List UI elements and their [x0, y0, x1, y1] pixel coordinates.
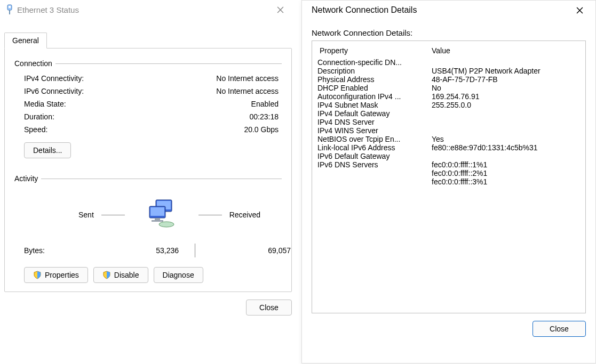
details-list: Property Value Connection-specific DN...…	[312, 41, 586, 313]
ipv4-connectivity-value: No Internet access	[216, 74, 279, 83]
status-title: Ethernet 3 Status	[15, 5, 268, 14]
media-state-value: Enabled	[251, 100, 279, 108]
column-header-property[interactable]: Property	[317, 44, 424, 58]
svg-rect-1	[9, 6, 11, 8]
property-value: 48-AF-75-7D-77-FB	[424, 75, 580, 84]
status-close-icon[interactable]	[268, 1, 292, 18]
divider	[198, 215, 222, 215]
received-label: Received	[229, 211, 260, 219]
details-button[interactable]: Details...	[24, 142, 71, 158]
connection-label: Connection	[14, 59, 55, 68]
status-dialog: Ethernet 3 Status General Connection IPv…	[0, 0, 296, 364]
property-name: IPv4 Subnet Mask	[317, 101, 424, 109]
property-value	[424, 109, 580, 118]
property-name: IPv6 DNS Servers	[317, 160, 424, 169]
property-name: IPv4 Default Gateway	[317, 109, 424, 118]
speed-label: Speed:	[24, 125, 47, 134]
property-name: DHCP Enabled	[317, 84, 424, 92]
bytes-sent-value: 53,236	[109, 246, 179, 255]
details-dialog: Network Connection Details Network Conne…	[301, 0, 596, 363]
property-name: IPv4 DNS Server	[317, 118, 424, 126]
property-name	[317, 177, 424, 186]
ipv6-connectivity-label: IPv6 Connectivity:	[24, 87, 84, 95]
connection-group-header: Connection	[14, 59, 282, 68]
property-name: IPv4 WINS Server	[317, 126, 424, 135]
details-close-button[interactable]: Close	[533, 321, 586, 337]
svg-rect-8	[152, 220, 163, 222]
property-value	[424, 118, 580, 126]
property-name: Autoconfiguration IPv4 ...	[317, 92, 424, 101]
divider	[41, 179, 282, 179]
property-value: fec0:0:0:ffff::2%1	[424, 169, 580, 177]
tab-strip: General	[0, 32, 296, 48]
shield-icon	[33, 271, 42, 279]
property-value: fe80::e88e:97d0:1331:4c5b%31	[424, 143, 580, 152]
bytes-label: Bytes:	[24, 246, 109, 255]
speed-value: 20.0 Gbps	[244, 125, 279, 134]
disable-button-label: Disable	[114, 271, 139, 279]
divider	[55, 63, 282, 64]
property-value: fec0:0:0:ffff::3%1	[424, 177, 580, 186]
property-value: Yes	[424, 135, 580, 143]
property-value	[424, 58, 580, 67]
property-name: IPv6 Default Gateway	[317, 152, 424, 160]
svg-rect-7	[155, 218, 160, 220]
details-close-icon[interactable]	[568, 2, 591, 19]
property-value	[424, 126, 580, 135]
details-title: Network Connection Details	[306, 5, 568, 15]
diagnose-button[interactable]: Diagnose	[154, 267, 203, 283]
disable-button[interactable]: Disable	[93, 267, 148, 283]
ethernet-icon	[4, 4, 15, 15]
sent-label: Sent	[78, 211, 94, 219]
ipv4-connectivity-label: IPv4 Connectivity:	[24, 74, 84, 83]
ipv6-connectivity-value: No Internet access	[216, 87, 279, 95]
status-close-button[interactable]: Close	[246, 300, 292, 316]
property-name: Physical Address	[317, 75, 424, 84]
connection-rows: IPv4 Connectivity: No Internet access IP…	[14, 72, 282, 136]
details-caption: Network Connection Details:	[312, 24, 586, 41]
divider	[195, 244, 195, 257]
duration-row: Duration: 00:23:18	[24, 110, 279, 123]
property-value	[424, 152, 580, 160]
property-name: Connection-specific DN...	[317, 58, 424, 67]
activity-label: Activity	[14, 174, 41, 183]
property-value: No	[424, 84, 580, 92]
details-titlebar: Network Connection Details	[302, 1, 595, 20]
bytes-received-value: 69,057	[211, 246, 291, 255]
property-name: NetBIOS over Tcpip En...	[317, 135, 424, 143]
divider	[101, 215, 125, 215]
property-name: Link-local IPv6 Address	[317, 143, 424, 152]
property-value: fec0:0:0:ffff::1%1	[424, 160, 580, 169]
activity-area: Sent Received	[14, 187, 282, 251]
property-value: 169.254.76.91	[424, 92, 580, 101]
property-value: USB4(TM) P2P Network Adapter	[424, 67, 580, 75]
speed-row: Speed: 20.0 Gbps	[24, 123, 279, 136]
duration-label: Duration:	[24, 112, 54, 121]
svg-point-9	[159, 222, 174, 227]
column-header-value[interactable]: Value	[424, 44, 580, 58]
activity-group-header: Activity	[14, 174, 282, 183]
tab-general[interactable]: General	[4, 33, 47, 48]
property-value: 255.255.0.0	[424, 101, 580, 109]
properties-button-label: Properties	[45, 271, 79, 279]
media-state-row: Media State: Enabled	[24, 98, 279, 110]
ipv6-connectivity-row: IPv6 Connectivity: No Internet access	[24, 85, 279, 98]
ipv4-connectivity-row: IPv4 Connectivity: No Internet access	[24, 72, 279, 85]
network-monitors-icon	[143, 199, 180, 231]
status-titlebar: Ethernet 3 Status	[0, 0, 296, 19]
shield-icon	[102, 271, 111, 279]
property-name	[317, 169, 424, 177]
tab-panel-general: Connection IPv4 Connectivity: No Interne…	[4, 48, 292, 292]
duration-value: 00:23:18	[250, 112, 279, 121]
media-state-label: Media State:	[24, 100, 66, 108]
property-name: Description	[317, 67, 424, 75]
svg-rect-6	[150, 207, 164, 216]
properties-button[interactable]: Properties	[24, 267, 88, 283]
